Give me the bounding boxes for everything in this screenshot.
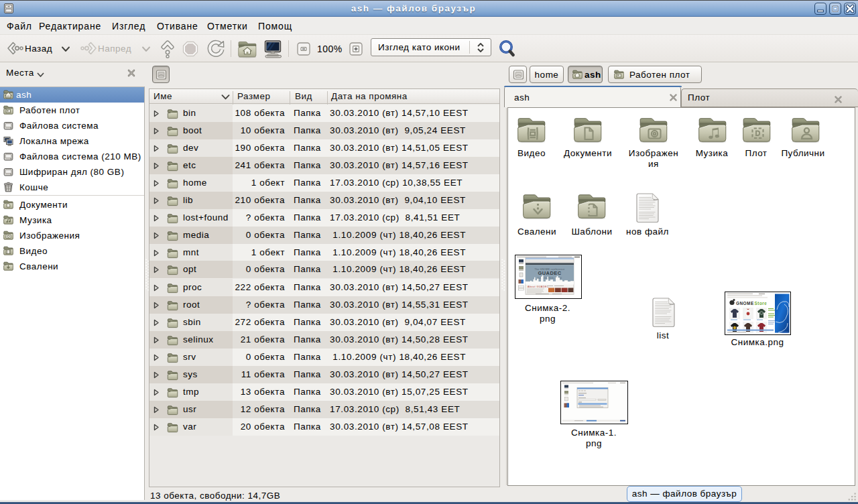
svg-text:Store: Store: [755, 301, 768, 306]
svg-text:GUADEC: GUADEC: [538, 270, 562, 276]
svg-text:About GUADEC: About GUADEC: [528, 286, 549, 288]
svg-text:GNOME: GNOME: [736, 301, 754, 306]
